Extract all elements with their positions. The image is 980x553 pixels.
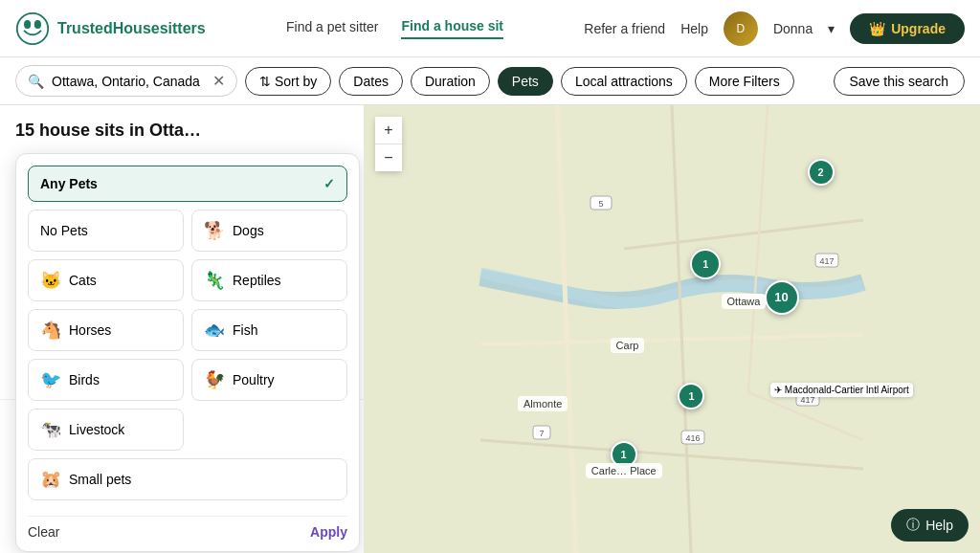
livestock-label: Livestock (69, 422, 124, 437)
pet-option-birds[interactable]: 🐦 Birds (28, 359, 184, 401)
check-icon: ✓ (323, 176, 335, 191)
pets-label: Pets (512, 74, 539, 89)
logo-icon (15, 11, 50, 46)
apply-button[interactable]: Apply (310, 524, 347, 540)
upgrade-label: Upgrade (891, 21, 946, 36)
small-pets-icon: 🐹 (40, 469, 61, 490)
main-nav: Find a pet sitter Find a house sit (286, 18, 503, 39)
search-icon: 🔍 (28, 74, 44, 89)
dates-label: Dates (353, 74, 389, 89)
reptile-pet-icon: 🦎 (204, 270, 225, 291)
map-pin-2[interactable]: 2 (808, 159, 835, 186)
horse-pet-icon: 🐴 (40, 320, 61, 341)
logo-text: TrustedHousesitters (57, 20, 206, 37)
local-attractions-button[interactable]: Local attractions (561, 67, 687, 96)
pet-option-fish[interactable]: 🐟 Fish (191, 309, 347, 351)
sort-icon: ⇅ (259, 74, 271, 89)
svg-point-1 (24, 20, 31, 29)
cat-pet-icon: 🐱 (40, 270, 61, 291)
svg-text:417: 417 (819, 256, 834, 266)
bird-pet-icon: 🐦 (40, 369, 61, 390)
pet-option-small-pets[interactable]: 🐹 Small pets (28, 458, 347, 500)
pet-option-poultry[interactable]: 🐓 Poultry (191, 359, 347, 401)
sort-by-button[interactable]: ⇅ Sort by (245, 67, 331, 96)
map-pin-10[interactable]: 10 (765, 280, 799, 315)
clear-button[interactable]: Clear (28, 524, 59, 540)
save-search-button[interactable]: Save this search (834, 67, 966, 96)
dogs-label: Dogs (233, 223, 264, 238)
livestock-pet-icon: 🐄 (40, 419, 61, 440)
small-pets-label: Small pets (69, 472, 131, 487)
upgrade-button[interactable]: 👑 Upgrade (850, 13, 965, 44)
cats-label: Cats (69, 273, 97, 288)
crown-icon: 👑 (869, 21, 885, 36)
filters-bar: 🔍 ✕ ⇅ Sort by Dates Duration Pets Local … (0, 57, 980, 105)
pet-option-reptiles[interactable]: 🦎 Reptiles (191, 259, 347, 301)
horses-label: Horses (69, 322, 111, 338)
results-title: 15 house sits in Otta… (15, 121, 201, 140)
avatar[interactable]: D (724, 11, 758, 46)
airport-marker: ✈ Macdonald-Cartier Intl Airport (770, 383, 913, 397)
svg-text:5: 5 (598, 199, 603, 209)
help-label: Help (925, 518, 953, 533)
any-pets-label: Any Pets (40, 176, 98, 191)
sort-by-label: Sort by (275, 74, 317, 89)
dropdown-footer: Clear Apply (28, 516, 347, 540)
help-button[interactable]: ⓘ Help (891, 509, 969, 542)
duration-label: Duration (425, 74, 476, 89)
map-pin-1[interactable]: 1 (690, 249, 721, 279)
map-svg: 5 417 416 417 7 (364, 105, 980, 553)
zoom-in-button[interactable]: + (375, 117, 402, 144)
duration-button[interactable]: Duration (411, 67, 490, 96)
no-pets-label: No Pets (40, 223, 88, 238)
pets-options-grid: Any Pets ✓ No Pets 🐕 Dogs 🐱 Cats (28, 166, 347, 500)
header: TrustedHousesitters Find a pet sitter Fi… (0, 0, 980, 57)
reptiles-label: Reptiles (233, 273, 281, 288)
save-search-label: Save this search (850, 74, 949, 89)
logo-area: TrustedHousesitters (15, 11, 206, 46)
search-clear-button[interactable]: ✕ (212, 72, 225, 90)
pets-dropdown: Any Pets ✓ No Pets 🐕 Dogs 🐱 Cats (15, 153, 360, 552)
nav-help[interactable]: Help (680, 21, 708, 36)
main-layout: 15 house sits in Otta… LOW APPLICATIONS … (0, 105, 980, 553)
local-attractions-label: Local attractions (575, 74, 673, 89)
svg-text:416: 416 (685, 433, 700, 443)
svg-text:7: 7 (539, 429, 544, 438)
poultry-label: Poultry (233, 372, 275, 387)
poultry-pet-icon: 🐓 (204, 369, 225, 390)
user-name: Donna (773, 21, 813, 36)
info-icon: ⓘ (906, 517, 920, 534)
dates-button[interactable]: Dates (339, 67, 403, 96)
search-bar-container: 🔍 ✕ (15, 65, 237, 97)
nav-find-sit[interactable]: Find a house sit (401, 18, 503, 39)
birds-label: Birds (69, 372, 100, 387)
search-input[interactable] (52, 74, 205, 89)
header-right: Refer a friend Help D Donna ▾ 👑 Upgrade (584, 11, 965, 46)
pet-option-horses[interactable]: 🐴 Horses (28, 309, 184, 351)
pet-option-livestock[interactable]: 🐄 Livestock (28, 409, 184, 451)
results-header: 15 house sits in Otta… (0, 105, 364, 148)
more-filters-button[interactable]: More Filters (695, 67, 794, 96)
map-background: 5 417 416 417 7 + − 2 1 (364, 105, 980, 553)
nav-find-sitter[interactable]: Find a pet sitter (286, 19, 379, 38)
pet-option-no-pets[interactable]: No Pets (28, 210, 184, 252)
map-zoom-controls: + − (375, 117, 402, 171)
more-filters-label: More Filters (709, 74, 780, 89)
svg-point-0 (17, 12, 48, 43)
fish-label: Fish (233, 322, 257, 338)
pet-option-cats[interactable]: 🐱 Cats (28, 259, 184, 301)
dog-pet-icon: 🐕 (204, 220, 225, 241)
pets-button[interactable]: Pets (498, 67, 553, 96)
pet-option-dogs[interactable]: 🐕 Dogs (191, 210, 347, 252)
chevron-down-icon[interactable]: ▾ (828, 21, 835, 36)
fish-pet-icon: 🐟 (204, 320, 225, 341)
nav-refer[interactable]: Refer a friend (584, 21, 665, 36)
zoom-out-button[interactable]: − (375, 144, 402, 171)
pet-option-any[interactable]: Any Pets ✓ (28, 166, 347, 202)
left-panel: 15 house sits in Otta… LOW APPLICATIONS … (0, 105, 364, 553)
svg-point-2 (34, 20, 41, 29)
map-pin-5[interactable]: 1 (611, 441, 637, 468)
map-panel: 5 417 416 417 7 + − 2 1 (364, 105, 980, 553)
